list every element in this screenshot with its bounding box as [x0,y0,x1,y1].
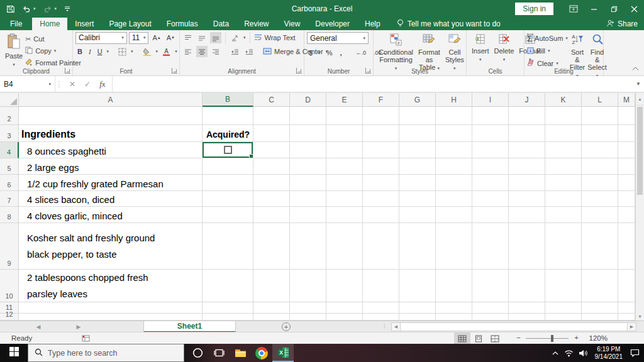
cell-C5[interactable] [253,158,290,175]
column-header-D[interactable]: D [290,93,326,107]
chrome-icon[interactable] [251,344,272,362]
vertical-scroll-thumb[interactable] [637,107,643,195]
cell-K2[interactable] [545,107,582,125]
cell-M11[interactable] [618,302,635,314]
minimize-button[interactable] [584,0,604,18]
column-header-I[interactable]: I [472,93,509,107]
align-bottom-icon[interactable] [210,32,221,43]
tab-data[interactable]: Data [206,18,236,30]
align-right-icon[interactable] [210,46,221,57]
cell-F7[interactable] [363,191,399,207]
zoom-slider-thumb[interactable] [551,335,553,342]
row-header-9[interactable]: 9 [0,223,19,270]
cell-M10[interactable] [618,270,635,302]
cell-I2[interactable] [472,107,509,125]
column-header-L[interactable]: L [582,93,618,107]
cell-G2[interactable] [399,107,436,125]
cell-B9[interactable] [203,223,253,270]
sheet-tab-sheet1[interactable]: Sheet1 [143,321,236,332]
orientation-icon[interactable]: ab [230,32,241,43]
row-header-5[interactable]: 5 [0,158,19,175]
cell-J4[interactable] [509,142,545,158]
cell-G3[interactable] [399,125,436,142]
view-page-layout-button[interactable] [470,332,487,344]
tab-review[interactable]: Review [236,18,276,30]
percent-style-icon[interactable]: % [325,47,335,58]
cell-J3[interactable] [509,125,545,142]
cell-G7[interactable] [399,191,436,207]
column-header-C[interactable]: C [253,93,290,107]
cell-D11[interactable] [290,302,326,314]
ribbon-display-options-icon[interactable] [564,0,584,18]
tab-view[interactable]: View [277,18,308,30]
cell-H9[interactable] [436,223,472,270]
cell-G6[interactable] [399,175,436,191]
cell-H5[interactable] [436,158,472,175]
cell-B5[interactable] [203,158,253,175]
row-header-10[interactable]: 10 [0,270,19,302]
cell-E9[interactable] [326,223,363,270]
paste-button[interactable]: Paste ▾ [3,32,25,70]
cell-M6[interactable] [618,175,635,191]
cell-H6[interactable] [436,175,472,191]
cell-F10[interactable] [363,270,399,302]
sign-in-button[interactable]: Sign in [515,3,553,15]
cell-A4[interactable]: 8 ounces spaghetti [19,142,203,158]
scroll-down-icon[interactable]: ▼ [636,312,644,321]
cell-G4[interactable] [399,142,436,158]
cell-A11[interactable] [19,302,203,314]
column-header-M[interactable]: M [618,93,635,107]
cell-B2[interactable] [203,107,253,125]
cell-C12[interactable] [253,314,290,321]
column-header-H[interactable]: H [436,93,472,107]
cell-I4[interactable] [472,142,509,158]
scroll-up-icon[interactable]: ▲ [636,93,644,106]
cortana-icon[interactable] [187,344,208,362]
cell-E12[interactable] [326,314,363,321]
close-button[interactable] [624,0,644,18]
cell-C6[interactable] [253,175,290,191]
cell-L3[interactable] [582,125,618,142]
cell-I12[interactable] [472,314,509,321]
horizontal-scrollbar[interactable]: ◀ ▶ [391,322,636,331]
share-button[interactable]: Share [606,18,638,30]
number-format-combo[interactable]: General▾ [307,32,369,44]
cell-K5[interactable] [545,158,582,175]
vertical-scrollbar[interactable]: ▲ ▼ [635,93,644,321]
cell-B10[interactable] [203,270,253,302]
cell-I3[interactable] [472,125,509,142]
cancel-icon[interactable]: ✕ [69,80,75,89]
row-header-7[interactable]: 7 [0,191,19,207]
scroll-left-icon[interactable]: ◀ [392,323,400,331]
name-box[interactable]: B4▾ [0,76,55,92]
cell-I10[interactable] [472,270,509,302]
cell-E5[interactable] [326,158,363,175]
cell-G11[interactable] [399,302,436,314]
cell-G12[interactable] [399,314,436,321]
cell-C9[interactable] [253,223,290,270]
row-header-8[interactable]: 8 [0,207,19,223]
font-size-combo[interactable]: 11▾ [129,32,149,44]
insert-function-icon[interactable]: fx [99,79,105,89]
cell-L8[interactable] [582,207,618,223]
zoom-in-button[interactable]: + [574,334,579,341]
cell-M5[interactable] [618,158,635,175]
cell-D8[interactable] [290,207,326,223]
tab-splitter-handle[interactable]: ⁞ [384,323,386,329]
expand-formula-bar-icon[interactable]: ▼ [633,76,644,92]
font-color-icon[interactable]: A [160,46,172,57]
cell-C2[interactable] [253,107,290,125]
align-top-icon[interactable] [182,32,194,43]
borders-icon[interactable] [116,46,128,57]
row-header-6[interactable]: 6 [0,175,19,191]
cell-I8[interactable] [472,207,509,223]
view-normal-button[interactable] [454,332,470,344]
cell-I7[interactable] [472,191,509,207]
task-view-icon[interactable] [208,344,230,362]
cell-M2[interactable] [618,107,635,125]
row-header-2[interactable]: 2 [0,107,19,125]
column-header-F[interactable]: F [363,93,399,107]
action-center-icon[interactable] [628,344,641,362]
tab-file[interactable]: File [0,18,32,30]
cell-E3[interactable] [326,125,363,142]
